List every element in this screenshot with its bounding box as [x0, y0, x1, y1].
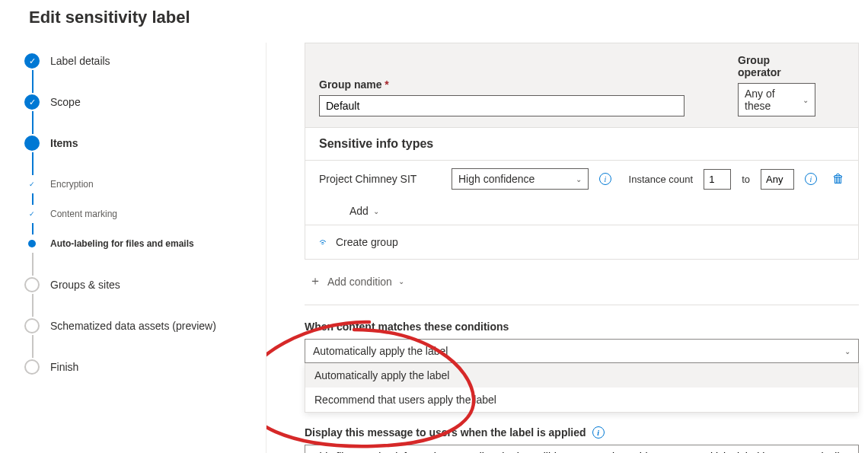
group-name-label: Group name * — [319, 78, 685, 91]
delete-sit-icon[interactable]: 🗑 — [832, 172, 844, 186]
create-group-label: Create group — [336, 236, 398, 248]
condition-panel: Group name * Group operator Any of these… — [305, 43, 859, 260]
group-operator-value: Any of these — [745, 88, 803, 112]
step-label: Scope — [50, 96, 81, 108]
checkmark-icon: ✓ — [28, 210, 36, 218]
confidence-select[interactable]: High confidence ⌄ — [452, 168, 589, 190]
chevron-down-icon: ⌄ — [398, 277, 404, 286]
chevron-down-icon: ⌄ — [576, 175, 582, 183]
current-substep-icon — [28, 240, 36, 247]
sensitive-info-types-heading: Sensitive info types — [305, 128, 858, 161]
instance-from-input[interactable] — [704, 169, 731, 190]
dropdown-option-recommend[interactable]: Recommend that users apply the label — [305, 388, 858, 412]
match-action-value: Automatically apply the label — [313, 345, 448, 357]
instance-to-input[interactable] — [761, 169, 794, 190]
display-message-label: Display this message to users when the l… — [305, 426, 586, 439]
step-items[interactable]: Items — [24, 134, 266, 152]
checkmark-icon: ✓ — [24, 53, 40, 69]
future-step-icon — [24, 318, 40, 333]
dropdown-option-auto-apply[interactable]: Automatically apply the label — [305, 363, 858, 388]
main-content: Group name * Group operator Any of these… — [266, 43, 868, 453]
to-text: to — [742, 174, 750, 185]
display-message-input[interactable] — [305, 445, 859, 453]
wizard-sidebar: ✓ Label details ✓ Scope Items ✓ Encrypti… — [0, 43, 266, 453]
group-operator-label: Group operator — [738, 54, 815, 78]
match-action-dropdown: Automatically apply the label Recommend … — [305, 363, 859, 413]
divider — [305, 305, 859, 305]
substep-content-marking[interactable]: ✓ Content marking — [24, 205, 266, 223]
substep-encryption[interactable]: ✓ Encryption — [24, 175, 266, 193]
sit-row: Project Chimney SIT High confidence ⌄ i … — [305, 161, 858, 197]
match-action-select[interactable]: Automatically apply the label ⌄ — [305, 339, 859, 363]
add-label: Add — [349, 205, 369, 217]
step-label: Groups & sites — [50, 279, 120, 291]
chevron-down-icon: ⌄ — [803, 96, 809, 104]
add-sit-button[interactable]: Add ⌄ — [305, 197, 858, 225]
group-operator-select[interactable]: Any of these ⌄ — [738, 83, 815, 116]
step-label: Content marking — [50, 209, 117, 219]
substep-auto-labeling[interactable]: Auto-labeling for files and emails — [24, 234, 266, 253]
future-step-icon — [24, 277, 40, 292]
chevron-down-icon: ⌄ — [373, 207, 379, 215]
checkmark-icon: ✓ — [28, 180, 36, 188]
info-icon[interactable]: i — [592, 426, 605, 439]
checkmark-icon: ✓ — [24, 94, 40, 110]
current-step-icon — [24, 136, 40, 151]
step-schematized[interactable]: Schematized data assets (preview) — [24, 317, 266, 335]
chevron-down-icon: ⌄ — [844, 347, 850, 356]
step-label: Label details — [50, 55, 110, 67]
sit-name: Project Chimney SIT — [319, 173, 441, 185]
step-label: Items — [50, 137, 78, 149]
step-finish[interactable]: Finish — [24, 358, 266, 376]
step-label: Auto-labeling for files and emails — [50, 238, 194, 249]
confidence-value: High confidence — [458, 173, 535, 185]
display-message-title: Display this message to users when the l… — [305, 426, 859, 439]
people-icon: ᯤ — [319, 236, 330, 248]
step-label-details[interactable]: ✓ Label details — [24, 52, 266, 70]
group-name-input[interactable] — [319, 95, 685, 116]
info-icon[interactable]: i — [599, 173, 611, 185]
instance-count-label: Instance count — [629, 174, 694, 185]
step-label: Encryption — [50, 179, 94, 190]
create-group-button[interactable]: ᯤ Create group — [305, 225, 858, 259]
step-label: Schematized data assets (preview) — [50, 320, 216, 332]
plus-icon: ＋ — [309, 273, 321, 289]
future-step-icon — [24, 359, 40, 375]
page-title: Edit sensitivity label — [0, 0, 868, 43]
add-condition-button[interactable]: ＋ Add condition ⌄ — [305, 260, 859, 305]
step-label: Finish — [50, 361, 78, 373]
match-conditions-title: When content matches these conditions — [305, 321, 859, 333]
step-groups-sites[interactable]: Groups & sites — [24, 276, 266, 294]
step-scope[interactable]: ✓ Scope — [24, 93, 266, 111]
info-icon[interactable]: i — [805, 173, 817, 185]
add-condition-label: Add condition — [327, 276, 392, 288]
